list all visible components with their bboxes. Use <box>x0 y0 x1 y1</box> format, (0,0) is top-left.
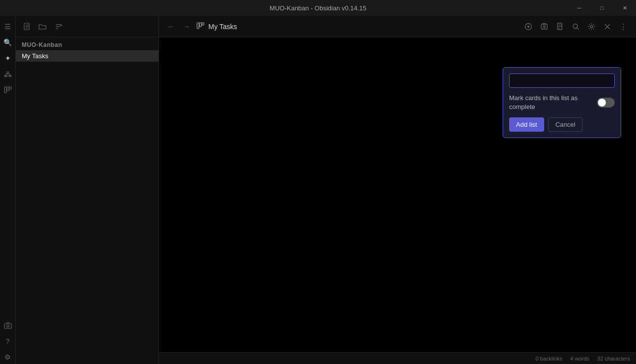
statusbar: 0 backlinks 4 words 32 characters <box>159 352 636 364</box>
mark-complete-row: Mark cards in this list ascomplete <box>509 94 615 111</box>
svg-point-10 <box>6 325 9 328</box>
titlebar-title: MUO-Kanban - Obsidian v0.14.15 <box>270 4 366 12</box>
new-note-sidebar-button[interactable] <box>20 20 34 34</box>
settings-header-button[interactable] <box>585 20 598 34</box>
app-container: ☰ 🔍 ✦ <box>0 16 636 364</box>
kanban-area: Mark cards in this list ascomplete Add l… <box>159 37 636 364</box>
close-header-button[interactable] <box>600 20 614 34</box>
maximize-button[interactable]: □ <box>591 0 613 16</box>
svg-rect-9 <box>4 324 11 328</box>
characters-status: 32 characters <box>597 356 630 362</box>
mark-complete-toggle[interactable] <box>597 98 615 108</box>
sidebar: MUO-Kanban My Tasks <box>16 16 159 364</box>
list-name-input[interactable] <box>509 73 615 88</box>
graph-rail-icon[interactable] <box>1 67 15 81</box>
svg-line-31 <box>577 28 579 30</box>
svg-point-25 <box>543 26 545 28</box>
main-content: ← → My Tasks <box>159 16 636 364</box>
close-button[interactable]: ✕ <box>613 0 636 16</box>
backlinks-status: 0 backlinks <box>535 356 562 362</box>
kanban-header-icon <box>197 22 204 32</box>
titlebar: MUO-Kanban - Obsidian v0.14.15 ─ □ ✕ <box>0 0 636 16</box>
sidebar-section-title: MUO-Kanban <box>16 37 159 50</box>
back-button[interactable]: ← <box>165 21 177 33</box>
svg-rect-6 <box>4 87 6 93</box>
svg-point-32 <box>591 25 593 28</box>
settings-rail-icon[interactable]: ⚙ <box>1 350 15 364</box>
sidebar-item-label: My Tasks <box>22 52 48 60</box>
words-status: 4 words <box>570 356 590 362</box>
svg-rect-19 <box>199 23 201 27</box>
new-folder-sidebar-button[interactable] <box>36 20 49 34</box>
svg-line-4 <box>8 73 10 75</box>
starred-rail-icon[interactable]: ✦ <box>1 51 15 65</box>
header-actions: ⋮ <box>521 20 630 34</box>
open-vault-button[interactable] <box>537 20 551 34</box>
page-title: My Tasks <box>208 23 237 31</box>
kanban-rail-icon[interactable] <box>1 83 15 97</box>
sort-sidebar-button[interactable] <box>51 20 65 34</box>
sidebar-item-my-tasks[interactable]: My Tasks <box>16 50 159 62</box>
svg-point-0 <box>7 72 9 73</box>
main-header: ← → My Tasks <box>159 16 636 37</box>
note-button[interactable] <box>553 20 567 34</box>
cancel-button[interactable]: Cancel <box>548 117 583 132</box>
forward-button[interactable]: → <box>181 21 193 33</box>
sidebar-toolbar <box>16 16 159 37</box>
search-rail-icon[interactable]: 🔍 <box>1 36 15 49</box>
svg-rect-7 <box>7 87 9 91</box>
camera-rail-icon[interactable] <box>1 319 15 332</box>
minimize-button[interactable]: ─ <box>568 0 591 16</box>
more-options-button[interactable]: ⋮ <box>616 20 630 34</box>
add-list-button[interactable]: Add list <box>509 117 544 132</box>
help-rail-icon[interactable]: ? <box>1 334 15 348</box>
svg-line-3 <box>5 73 8 75</box>
svg-rect-24 <box>541 24 547 29</box>
new-tab-button[interactable] <box>521 20 535 34</box>
popup-buttons: Add list Cancel <box>509 117 615 132</box>
svg-rect-8 <box>9 87 11 89</box>
add-list-popup: Mark cards in this list ascomplete Add l… <box>503 67 621 138</box>
svg-rect-18 <box>197 23 199 29</box>
ribbon-toggle-icon[interactable]: ☰ <box>1 20 15 34</box>
svg-point-30 <box>573 24 578 28</box>
titlebar-controls: ─ □ ✕ <box>568 0 636 16</box>
mark-complete-label: Mark cards in this list ascomplete <box>509 94 578 111</box>
search-header-button[interactable] <box>569 20 583 34</box>
icon-rail: ☰ 🔍 ✦ <box>0 16 16 364</box>
svg-rect-20 <box>202 23 204 25</box>
toggle-knob <box>598 99 606 107</box>
